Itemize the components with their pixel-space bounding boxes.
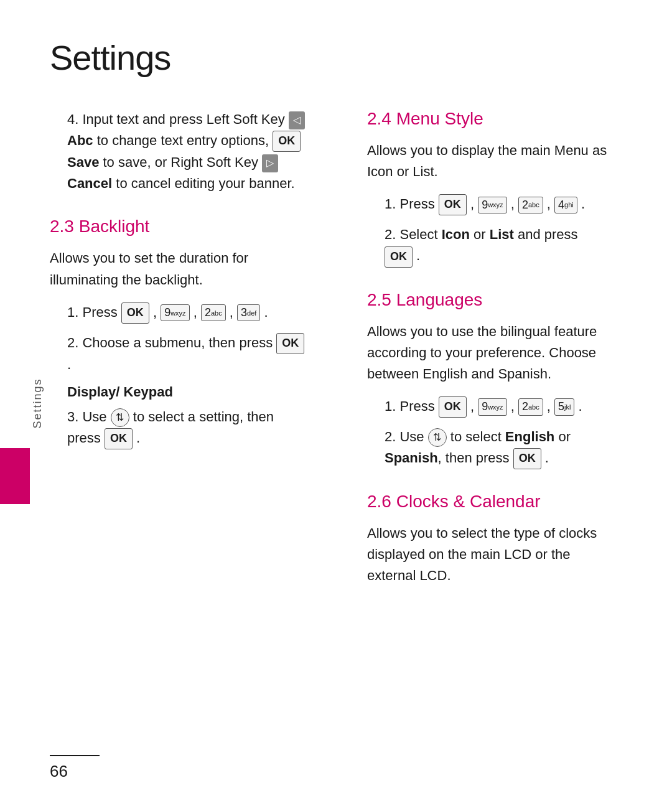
ok-key-23-1: OK — [121, 302, 149, 324]
ok-key-25-2: OK — [513, 448, 541, 469]
nav-icon-25: ⇅ — [428, 428, 447, 447]
section-23-step1: 1. Press OK , 9wxyz , 2 abc , 3 def . — [50, 302, 305, 324]
section-25-heading: 2.5 Languages — [367, 290, 622, 310]
ok-key-24-1: OK — [439, 194, 467, 215]
section-25-step1: 1. Press OK , 9wxyz , 2 abc , 5 jkl . — [367, 396, 622, 418]
key-4ghi-24: 4 ghi — [554, 197, 577, 213]
key-9wxyz-24: 9wxyz — [478, 197, 506, 213]
left-column: 4. Input text and press Left Soft Key ◁ … — [50, 109, 317, 597]
section-23-step3: 3. Use ⇅ to select a setting, then press… — [50, 406, 305, 449]
section-24-step2: 2. Select Icon or List and press OK . — [367, 224, 622, 267]
section-25-step2: 2. Use ⇅ to select English or Spanish, t… — [367, 426, 622, 469]
section-23-step2: 2. Choose a submenu, then press OK . — [50, 332, 305, 375]
section-23-body: Allows you to set the duration for illum… — [50, 248, 305, 290]
section-23-heading: 2.3 Backlight — [50, 217, 305, 237]
key-2abc-24: 2 abc — [518, 197, 543, 213]
section-24-body: Allows you to display the main Menu as I… — [367, 140, 622, 182]
ok-key-23-3: OK — [105, 428, 133, 449]
key-3def: 3 def — [237, 304, 260, 321]
display-keypad-subheading: Display/ Keypad — [50, 384, 305, 400]
intro-paragraph: 4. Input text and press Left Soft Key ◁ … — [50, 109, 305, 194]
sidebar-bar — [0, 448, 30, 504]
sidebar-label: Settings — [31, 378, 44, 428]
key-2abc: 2 abc — [201, 304, 226, 321]
content-wrapper: 4. Input text and press Left Soft Key ◁ … — [50, 109, 622, 597]
ok-key-intro: OK — [273, 131, 301, 152]
key-5jkl-25: 5 jkl — [554, 398, 574, 415]
ok-key-23-2: OK — [276, 333, 304, 354]
section-25-body: Allows you to use the bilingual feature … — [367, 321, 622, 385]
section-24-step1: 1. Press OK , 9wxyz , 2 abc , 4 ghi . — [367, 194, 622, 215]
nav-icon-23: ⇅ — [111, 408, 129, 427]
section-26-body: Allows you to select the type of clocks … — [367, 523, 622, 586]
right-column: 2.4 Menu Style Allows you to display the… — [355, 109, 622, 597]
page-title: Settings — [50, 37, 622, 78]
page: Settings Settings 4. Input text and pres… — [0, 0, 672, 806]
page-number: 66 — [50, 762, 68, 781]
key-2abc-25: 2 abc — [518, 398, 543, 415]
key-9wxyz: 9wxyz — [161, 304, 189, 321]
key-9wxyz-25: 9wxyz — [478, 398, 506, 415]
section-24-heading: 2.4 Menu Style — [367, 109, 622, 129]
right-soft-key-icon: ▷ — [262, 154, 278, 172]
page-number-line — [50, 755, 100, 756]
left-soft-key-icon: ◁ — [289, 111, 305, 129]
ok-key-25-1: OK — [439, 396, 467, 418]
section-26-heading: 2.6 Clocks & Calendar — [367, 492, 622, 512]
ok-key-24-2: OK — [385, 246, 413, 268]
